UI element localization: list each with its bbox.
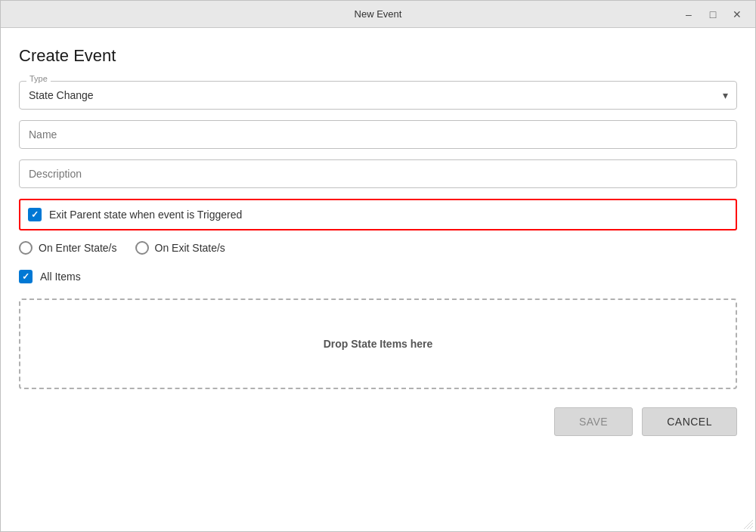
on-enter-label: On Enter State/s	[39, 242, 117, 254]
on-exit-label: On Exit State/s	[155, 242, 225, 254]
on-exit-radio[interactable]	[135, 241, 149, 255]
type-select[interactable]: State Change Action Condition	[19, 81, 737, 110]
state-radio-group: On Enter State/s On Exit State/s	[19, 238, 737, 258]
content-area: Create Event Type State Change Action Co…	[1, 28, 755, 531]
svg-line-1	[747, 523, 753, 529]
name-input[interactable]	[19, 120, 737, 149]
page-title: Create Event	[19, 46, 737, 66]
maximize-button[interactable]: □	[704, 5, 722, 23]
exit-parent-row[interactable]: Exit Parent state when event is Triggere…	[19, 199, 737, 230]
type-field: Type State Change Action Condition	[19, 81, 737, 110]
type-label: Type	[26, 74, 51, 83]
all-items-label: All Items	[40, 271, 81, 283]
exit-parent-label: Exit Parent state when event is Triggere…	[49, 209, 242, 221]
title-bar: New Event – □ ✕	[1, 1, 755, 28]
name-field	[19, 120, 737, 149]
on-enter-radio[interactable]	[19, 241, 33, 255]
main-window: New Event – □ ✕ Create Event Type State …	[0, 0, 756, 532]
close-button[interactable]: ✕	[728, 5, 746, 23]
drop-zone[interactable]: Drop State Items here	[19, 298, 737, 389]
all-items-row[interactable]: All Items	[19, 267, 737, 286]
svg-line-2	[750, 526, 753, 529]
on-enter-option[interactable]: On Enter State/s	[19, 241, 117, 255]
button-row: SAVE CANCEL	[19, 401, 737, 436]
description-input[interactable]	[19, 159, 737, 188]
resize-handle[interactable]	[744, 520, 753, 529]
all-items-checkbox[interactable]	[19, 270, 33, 283]
description-field	[19, 159, 737, 188]
drop-zone-text: Drop State Items here	[324, 338, 433, 350]
minimize-button[interactable]: –	[680, 5, 698, 23]
on-exit-option[interactable]: On Exit State/s	[135, 241, 225, 255]
window-controls: – □ ✕	[680, 5, 746, 23]
cancel-button[interactable]: CANCEL	[642, 407, 737, 436]
window-title: New Event	[355, 8, 402, 20]
type-select-wrapper: State Change Action Condition	[19, 81, 737, 110]
save-button[interactable]: SAVE	[554, 407, 633, 436]
exit-parent-checkbox[interactable]	[28, 208, 42, 221]
